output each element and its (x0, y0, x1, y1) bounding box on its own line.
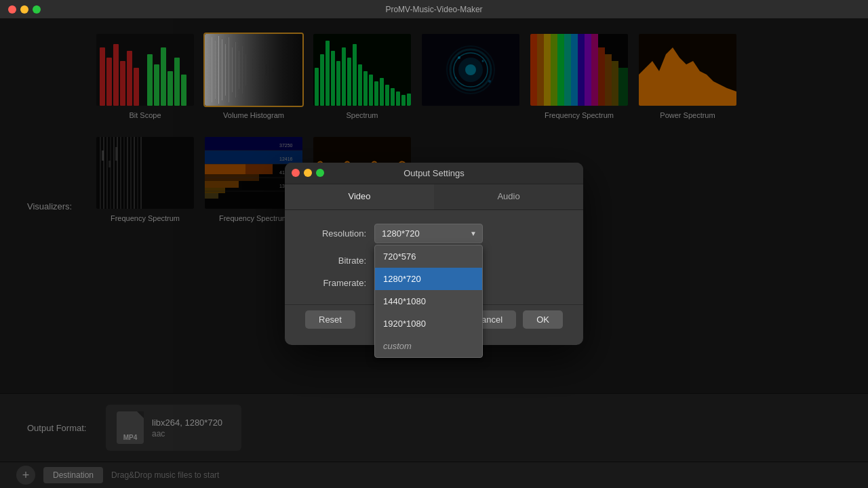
modal-minimize-button[interactable] (304, 169, 312, 177)
resolution-dropdown[interactable]: 868*488 ▼ (374, 224, 483, 243)
ok-button[interactable]: OK (523, 310, 563, 329)
form-grid: Resolution: 868*488 ▼ 720*576 868*488 … (285, 210, 583, 302)
modal-overlay: Output Settings Video Audio Resolution: … (0, 19, 868, 488)
resolution-option-custom[interactable]: custom (375, 335, 482, 357)
titlebar: ProMV-Music-Video-Maker (0, 0, 868, 19)
resolution-value: 868*488 (382, 228, 420, 239)
bitrate-label: Bitrate: (305, 256, 366, 266)
framerate-label: Framerate: (305, 278, 366, 288)
modal-tabs: Video Audio (285, 184, 583, 210)
tab-video[interactable]: Video (285, 184, 434, 209)
close-button[interactable] (8, 5, 16, 14)
traffic-lights (8, 5, 41, 14)
resolution-label: Resolution: (305, 228, 366, 239)
app-title: ProMV-Music-Video-Maker (385, 5, 482, 14)
tab-audio[interactable]: Audio (434, 184, 583, 209)
modal-traffic-lights (292, 169, 324, 177)
resolution-dropdown-list: 720*576 868*488 1440*1080 1920*1080 cus… (374, 245, 483, 358)
resolution-option-1440[interactable]: 1440*1080 (375, 290, 482, 312)
minimize-button[interactable] (20, 5, 28, 14)
output-settings-modal: Output Settings Video Audio Resolution: … (285, 163, 583, 345)
resolution-control: 868*488 ▼ 720*576 868*488 1440*1080 19… (374, 224, 563, 243)
modal-close-button[interactable] (292, 169, 300, 177)
modal-title: Output Settings (403, 168, 465, 178)
modal-titlebar: Output Settings (285, 163, 583, 184)
resolution-option-1280[interactable]: 868*488 (375, 268, 482, 290)
resolution-option-720[interactable]: 720*576 (375, 245, 482, 268)
chevron-down-icon: ▼ (470, 230, 477, 237)
modal-body: Video Audio Resolution: 868*488 ▼ 7 (285, 184, 583, 345)
reset-button[interactable]: Reset (305, 310, 355, 329)
resolution-row: Resolution: 868*488 ▼ 720*576 868*488 … (305, 224, 563, 243)
modal-maximize-button[interactable] (316, 169, 324, 177)
maximize-button[interactable] (33, 5, 41, 14)
resolution-option-1920[interactable]: 1920*1080 (375, 312, 482, 335)
